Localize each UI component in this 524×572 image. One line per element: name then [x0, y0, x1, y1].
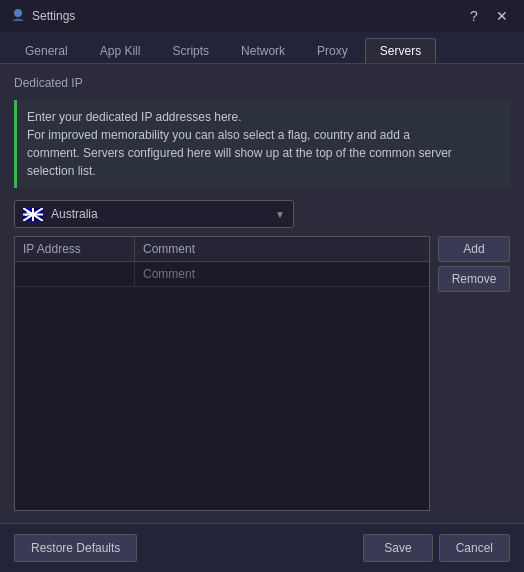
app-icon — [10, 8, 26, 24]
info-line1: Enter your dedicated IP addresses here. — [27, 110, 242, 124]
ip-table: IP Address Comment — [14, 236, 430, 511]
bottom-bar: Restore Defaults Save Cancel — [0, 523, 524, 572]
help-button[interactable]: ? — [462, 6, 486, 26]
svg-point-8 — [27, 216, 29, 218]
tab-servers[interactable]: Servers — [365, 38, 436, 63]
comment-column-header: Comment — [135, 237, 429, 261]
info-line2: For improved memorability you can also s… — [27, 128, 410, 142]
flag-icon — [23, 208, 43, 221]
section-title: Dedicated IP — [14, 76, 510, 90]
tab-general[interactable]: General — [10, 38, 83, 63]
remove-button[interactable]: Remove — [438, 266, 510, 292]
tab-proxy[interactable]: Proxy — [302, 38, 363, 63]
tab-scripts[interactable]: Scripts — [157, 38, 224, 63]
dropdown-selected-label: Australia — [51, 207, 275, 221]
tab-bar: General App Kill Scripts Network Proxy S… — [0, 32, 524, 64]
table-body — [15, 262, 429, 510]
title-bar: Settings ? ✕ — [0, 0, 524, 32]
content-area: Dedicated IP Enter your dedicated IP add… — [0, 64, 524, 523]
ip-address-column-header: IP Address — [15, 237, 135, 261]
action-buttons: Add Remove — [438, 236, 510, 511]
bottom-right-actions: Save Cancel — [363, 534, 510, 562]
info-line3: comment. Servers configured here will sh… — [27, 146, 452, 160]
ip-address-input[interactable] — [15, 262, 135, 286]
chevron-down-icon: ▼ — [275, 209, 285, 220]
restore-defaults-button[interactable]: Restore Defaults — [14, 534, 137, 562]
add-button[interactable]: Add — [438, 236, 510, 262]
info-line4: selection list. — [27, 164, 96, 178]
info-box: Enter your dedicated IP addresses here. … — [14, 100, 510, 188]
svg-point-0 — [14, 9, 22, 17]
svg-point-9 — [30, 214, 32, 216]
table-row — [15, 262, 429, 287]
country-dropdown-row: Australia ▼ — [14, 200, 510, 228]
window-controls: ? ✕ — [462, 6, 514, 26]
bottom-left-actions: Restore Defaults — [14, 534, 137, 562]
country-dropdown[interactable]: Australia ▼ — [14, 200, 294, 228]
svg-point-10 — [28, 213, 29, 214]
svg-point-7 — [25, 214, 27, 216]
tab-network[interactable]: Network — [226, 38, 300, 63]
window-title: Settings — [32, 9, 462, 23]
close-button[interactable]: ✕ — [490, 6, 514, 26]
cancel-button[interactable]: Cancel — [439, 534, 510, 562]
tab-app-kill[interactable]: App Kill — [85, 38, 156, 63]
svg-point-6 — [27, 210, 30, 213]
table-header: IP Address Comment — [15, 237, 429, 262]
comment-input[interactable] — [135, 262, 429, 286]
ip-table-section: IP Address Comment Add Remove — [14, 236, 510, 511]
save-button[interactable]: Save — [363, 534, 432, 562]
